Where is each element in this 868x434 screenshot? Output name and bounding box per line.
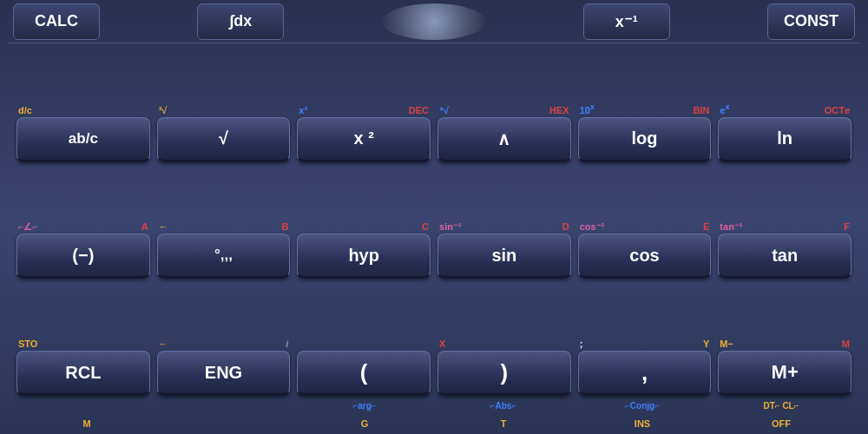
label-x: X	[439, 339, 445, 349]
label-arrow-eng: ←	[159, 339, 168, 349]
sub-labels-row: ⌐arg⌐ ⌐Abs⌐ ⌐Conjg⌐ DT⌐ CL⌐	[13, 398, 855, 413]
cell-hyp: C hyp	[293, 216, 434, 279]
label-f: F	[844, 222, 850, 232]
cell-mplus: M− M M+	[714, 333, 855, 396]
label-dec: DEC	[409, 106, 429, 115]
btn-mplus[interactable]: M+	[718, 351, 852, 396]
btn-log[interactable]: log	[578, 117, 712, 162]
label-b: B	[281, 222, 288, 232]
label-cbrt: ³√	[159, 106, 168, 115]
btn-xroot[interactable]: ∧	[437, 117, 571, 162]
center-circle	[382, 3, 486, 40]
label-angle: ⌐∠⌐	[18, 222, 38, 232]
label-e: E	[703, 222, 709, 232]
bottom-label-empty1	[156, 417, 295, 431]
bottom-label-m: M	[17, 417, 156, 431]
cell-sin: sin⁻¹ D sin	[434, 216, 575, 279]
sub-label-abs: ⌐Abs⌐	[434, 399, 573, 413]
label-d: D	[562, 222, 569, 232]
cell-cos: cos⁻¹ E cos	[575, 216, 715, 279]
cell-sqrt: ³√ √	[154, 100, 294, 162]
cell-lparen: (	[293, 333, 434, 396]
cell-xroot: ˣ√ HEX ∧	[434, 100, 575, 162]
label-c: C	[422, 222, 429, 232]
label-sto: STO	[18, 339, 37, 349]
label-semi: ;	[580, 339, 583, 349]
row-3: STO RCL ← i ENG (	[13, 280, 855, 396]
cell-tan: tan⁻¹ F tan	[714, 216, 855, 279]
label-cos-inv: cos⁻¹	[580, 222, 605, 232]
bottom-label-ins: INS	[573, 417, 712, 431]
btn-comma[interactable]: ,	[578, 351, 712, 396]
btn-abc[interactable]: ab/c	[16, 117, 150, 162]
btn-hyp[interactable]: hyp	[297, 233, 431, 279]
label-i: i	[286, 339, 288, 349]
label-arrow-b: ←	[159, 222, 168, 232]
main-grid: d/c ab/c ³√ √ x³ DEC x ²	[9, 43, 859, 434]
cell-rparen: X )	[434, 333, 575, 396]
btn-rcl[interactable]: RCL	[16, 351, 150, 396]
btn-cos[interactable]: cos	[578, 233, 712, 279]
label-xroot-top: ˣ√	[439, 106, 449, 115]
label-dc: d/c	[18, 106, 32, 115]
cell-log: 10x BIN log	[575, 100, 715, 162]
label-tan-inv: tan⁻¹	[720, 222, 742, 232]
btn-rparen[interactable]: )	[437, 351, 571, 396]
sub-label-eng	[156, 399, 295, 413]
bottom-label-t: T	[434, 417, 573, 431]
calc-button[interactable]: CALC	[13, 3, 100, 40]
btn-sqrt[interactable]: √	[157, 117, 291, 162]
row-1: d/c ab/c ³√ √ x³ DEC x ²	[13, 47, 855, 162]
sub-label-dtcl: DT⌐ CL⌐	[712, 399, 851, 413]
bottom-labels-row: M G T INS OFF	[13, 415, 855, 431]
label-y: Y	[703, 339, 709, 349]
cell-ln: ex OCTe ln	[714, 100, 855, 162]
sub-label-arg: ⌐arg⌐	[295, 399, 434, 413]
xinv-button[interactable]: x⁻¹	[583, 3, 670, 40]
label-ex: ex	[720, 103, 729, 115]
btn-tan[interactable]: tan	[718, 233, 852, 279]
bottom-label-g: G	[295, 417, 434, 431]
cell-abc: d/c ab/c	[13, 100, 154, 162]
cell-xsq: x³ DEC x ²	[293, 100, 434, 162]
btn-ln[interactable]: ln	[718, 117, 852, 162]
const-button[interactable]: CONST	[767, 3, 855, 40]
btn-sin[interactable]: sin	[437, 233, 571, 279]
row-2: ⌐∠⌐ A (−) ← B °,,, C hyp	[13, 164, 855, 279]
integral-button[interactable]: ∫dx	[197, 3, 284, 40]
cell-comma: ; Y ,	[575, 333, 715, 396]
top-row: CALC ∫dx x⁻¹ CONST	[9, 0, 859, 43]
label-a: A	[141, 222, 148, 232]
label-hex: HEX	[549, 106, 569, 115]
label-octe: OCTe	[825, 106, 850, 115]
label-m-red: M	[842, 339, 850, 349]
cell-eng: ← i ENG	[154, 333, 294, 396]
cell-neg: ⌐∠⌐ A (−)	[13, 216, 154, 279]
calculator-body: CALC ∫dx x⁻¹ CONST d/c ab/c ³√ √	[0, 0, 868, 434]
btn-neg[interactable]: (−)	[16, 233, 150, 279]
btn-lparen[interactable]: (	[297, 351, 431, 396]
label-sin-inv: sin⁻¹	[439, 222, 462, 232]
label-mminus: M−	[720, 339, 733, 349]
cell-rcl: STO RCL	[13, 333, 154, 396]
btn-deg[interactable]: °,,,	[157, 233, 291, 279]
cell-deg: ← B °,,,	[154, 216, 294, 279]
btn-xsq[interactable]: x ²	[297, 117, 431, 162]
label-xcubed: x³	[299, 106, 307, 115]
btn-eng[interactable]: ENG	[157, 351, 291, 396]
sub-label-conjg: ⌐Conjg⌐	[573, 399, 712, 413]
bottom-label-off: OFF	[712, 417, 851, 431]
label-10x: 10x	[580, 103, 595, 115]
sub-label-rcl	[17, 399, 156, 413]
label-bin: BIN	[693, 106, 709, 115]
